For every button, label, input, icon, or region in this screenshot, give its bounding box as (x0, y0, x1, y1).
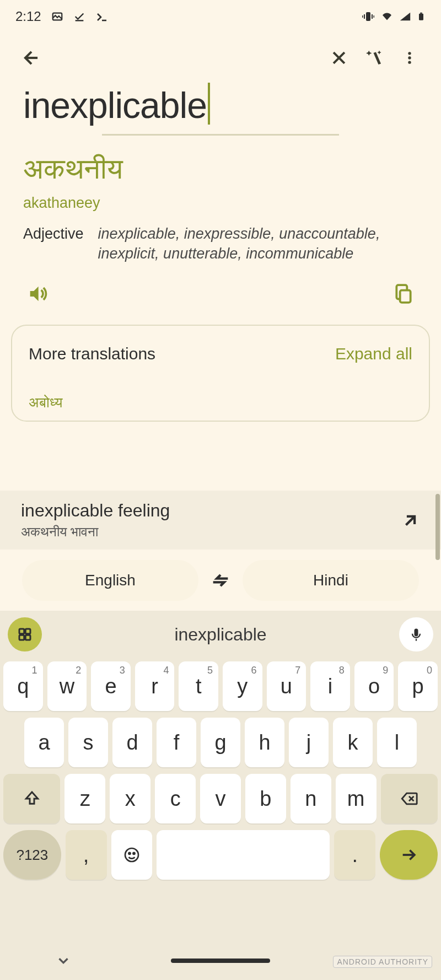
watermark: ANDROID AUTHORITY (333, 956, 432, 968)
key-x[interactable]: x (110, 774, 150, 823)
translation-result: अकथनीय akathaneey Adjective inexplicable… (0, 136, 441, 264)
image-icon (51, 10, 63, 23)
more-translations-title: More translations (29, 344, 155, 363)
target-language-chip[interactable]: Hindi (243, 560, 419, 601)
scrollbar[interactable] (435, 494, 440, 560)
key-q[interactable]: q1 (3, 661, 43, 711)
svg-rect-2 (364, 14, 365, 19)
key-f[interactable]: f (157, 718, 196, 767)
status-bar: 2:12 (0, 0, 441, 33)
translation-actions (0, 264, 441, 319)
key-r[interactable]: r4 (135, 661, 175, 711)
svg-point-8 (408, 52, 411, 55)
svg-rect-3 (372, 14, 373, 19)
clock: 2:12 (15, 9, 41, 24)
keyboard-suggestion-strip: inexplicable (0, 611, 441, 658)
more-translation-item[interactable]: अबोध्य (29, 394, 412, 411)
key-c[interactable]: c (155, 774, 196, 823)
key-k[interactable]: k (333, 718, 373, 767)
key-n[interactable]: n (291, 774, 331, 823)
synonyms: inexplicable, inexpressible, unaccountab… (98, 224, 418, 264)
key-d[interactable]: d (112, 718, 152, 767)
keyboard: inexplicable q1w2e3r4t5y6u7i8o9p0 asdfgh… (0, 611, 441, 980)
svg-rect-1 (366, 12, 370, 21)
terminal-icon (95, 10, 107, 23)
key-y[interactable]: y6 (223, 661, 262, 711)
suggestion-secondary: अकथनीय भावना (21, 524, 170, 540)
app-bar (0, 33, 441, 83)
more-translations-card: More translations Expand all अबोध्य (11, 325, 430, 422)
swap-languages-button[interactable] (209, 569, 232, 591)
key-o[interactable]: o9 (354, 661, 394, 711)
enter-key[interactable] (380, 830, 438, 880)
svg-rect-5 (374, 15, 375, 18)
svg-point-17 (125, 848, 138, 861)
emoji-key[interactable] (111, 830, 153, 880)
status-right (362, 10, 426, 23)
signal-icon (399, 10, 411, 23)
key-t[interactable]: t5 (179, 661, 218, 711)
more-button[interactable] (395, 43, 424, 73)
key-h[interactable]: h (245, 718, 284, 767)
key-v[interactable]: v (200, 774, 241, 823)
svg-rect-6 (419, 14, 423, 20)
key-l[interactable]: l (377, 718, 417, 767)
battery-icon (417, 10, 426, 23)
text-cursor (208, 83, 210, 125)
back-button[interactable] (17, 43, 46, 73)
symbols-key[interactable]: ?123 (3, 830, 61, 880)
copy-button[interactable] (389, 279, 418, 308)
svg-point-9 (408, 56, 411, 59)
svg-point-19 (133, 853, 135, 854)
key-e[interactable]: e3 (91, 661, 131, 711)
transliteration: akathaneey (23, 195, 418, 212)
period-key[interactable]: . (334, 830, 375, 880)
svg-point-18 (128, 853, 130, 854)
key-j[interactable]: j (289, 718, 329, 767)
vibrate-icon (362, 10, 375, 23)
source-language-chip[interactable]: English (22, 560, 198, 601)
keyboard-toolbar-button[interactable] (8, 617, 42, 651)
svg-rect-7 (420, 13, 422, 14)
phrase-suggestion[interactable]: inexplicable feeling अकथनीय भावना (0, 491, 441, 550)
svg-rect-12 (19, 629, 24, 634)
backspace-key[interactable] (381, 774, 438, 823)
svg-rect-11 (400, 290, 411, 303)
wifi-icon (380, 10, 394, 23)
key-w[interactable]: w2 (47, 661, 87, 711)
key-a[interactable]: a (24, 718, 64, 767)
space-key[interactable] (157, 830, 330, 880)
key-z[interactable]: z (64, 774, 105, 823)
checkmark-icon (73, 10, 85, 23)
key-s[interactable]: s (68, 718, 108, 767)
language-selector-row: English Hindi (0, 560, 441, 601)
comma-key[interactable]: , (66, 830, 107, 880)
part-of-speech: Adjective (23, 224, 84, 264)
voice-input-button[interactable] (399, 617, 433, 651)
target-script: अकथनीय (23, 152, 418, 186)
home-handle[interactable] (171, 959, 270, 963)
generate-icon[interactable] (359, 43, 389, 73)
svg-point-10 (408, 61, 411, 63)
clear-button[interactable] (324, 43, 354, 73)
shift-key[interactable] (3, 774, 60, 823)
source-input-area[interactable]: inexplicable (0, 83, 441, 126)
key-g[interactable]: g (201, 718, 240, 767)
svg-rect-16 (415, 629, 418, 637)
insert-suggestion-icon[interactable] (401, 511, 420, 530)
hide-keyboard-button[interactable] (55, 952, 72, 969)
key-u[interactable]: u7 (267, 661, 306, 711)
expand-all-button[interactable]: Expand all (335, 344, 412, 363)
svg-rect-4 (362, 15, 363, 18)
keyboard-keys: q1w2e3r4t5y6u7i8o9p0 asdfghjkl zxcvbnm ?… (0, 658, 441, 893)
svg-rect-15 (25, 635, 30, 640)
key-m[interactable]: m (336, 774, 377, 823)
svg-rect-14 (19, 635, 24, 640)
key-i[interactable]: i8 (310, 661, 350, 711)
key-p[interactable]: p0 (398, 661, 438, 711)
key-b[interactable]: b (245, 774, 286, 823)
speak-button[interactable] (23, 279, 52, 308)
status-left: 2:12 (15, 9, 107, 24)
source-text: inexplicable (23, 85, 207, 126)
keyboard-suggestion-word[interactable]: inexplicable (47, 624, 394, 645)
